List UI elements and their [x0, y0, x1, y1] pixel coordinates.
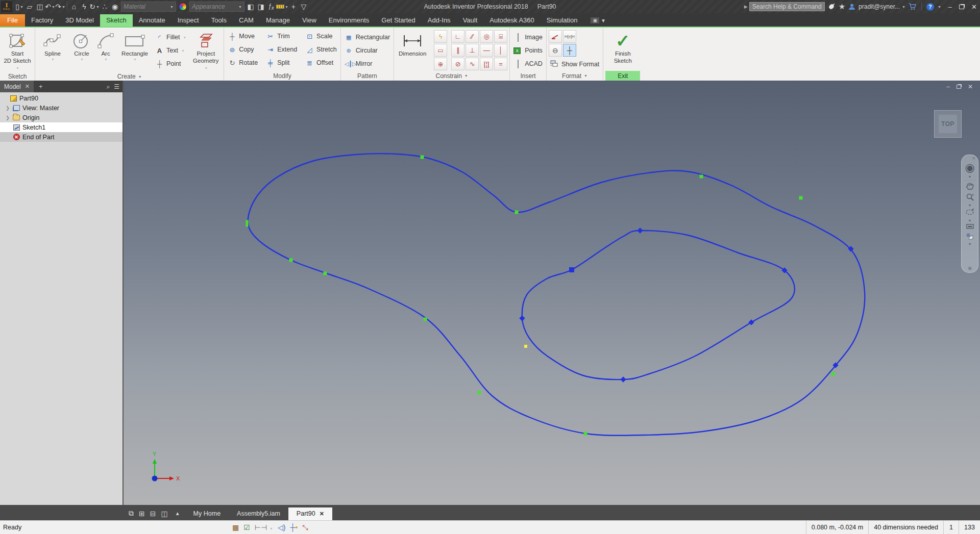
mirror-pattern-button[interactable]: ◁┃▷Mirror [343, 57, 391, 70]
doc-tab-assembly5-iam[interactable]: Assembly5.iam [229, 507, 288, 520]
update-icon[interactable]: ↻ ▼ [89, 1, 100, 12]
split-button[interactable]: ╪Split [264, 56, 299, 69]
sketch-point-yellow[interactable] [524, 345, 527, 348]
home-icon[interactable]: ⌂ [69, 1, 79, 12]
scale-button[interactable]: ⊡Scale [304, 30, 338, 43]
undo-icon[interactable]: ↶ ▼ [45, 1, 55, 12]
coincident-constraint-button[interactable]: ∟ [451, 30, 464, 43]
outer-spline[interactable] [248, 154, 865, 436]
point-button[interactable]: ┼Point [154, 57, 188, 70]
acad-button[interactable]: ACAD [512, 57, 544, 70]
tab-inspect[interactable]: Inspect [172, 14, 205, 27]
dimension-display-icon[interactable]: ⊢⊣ ▼ [255, 523, 273, 531]
snap-toggle-icon[interactable]: ▦ [232, 523, 239, 531]
vertical-constraint-button[interactable]: │ [494, 44, 507, 57]
inner-spline[interactable] [522, 231, 795, 379]
trim-button[interactable]: ✂Trim [264, 30, 299, 43]
zoom-caret-icon[interactable]: ▼ [968, 204, 972, 208]
extend-button[interactable]: ⇥Extend [264, 43, 299, 56]
tree-item-end-of-part[interactable]: ✕End of Part [0, 132, 122, 142]
text-button[interactable]: AText▼ [154, 44, 188, 57]
close-button[interactable]: ✕ [971, 3, 977, 11]
tab-tools[interactable]: Tools [205, 14, 233, 27]
relax-mode-icon[interactable]: ⤡ [302, 523, 308, 532]
points-button[interactable]: xPoints [512, 44, 544, 57]
tab-file[interactable]: File [0, 14, 25, 27]
sketch-check-icon[interactable]: ☑︎ [243, 523, 250, 531]
cascade-windows-icon[interactable]: ⧉ [129, 509, 134, 518]
browser-menu-icon[interactable]: ☰ [114, 83, 119, 90]
spline-handle-diamond[interactable] [620, 376, 626, 382]
tab-environments[interactable]: Environments [323, 14, 375, 27]
navigation-wheel-caret-icon[interactable]: ▼ [968, 175, 972, 179]
move-button[interactable]: ┼Move [226, 30, 259, 43]
sketch-point-green[interactable] [289, 259, 293, 262]
pan-icon[interactable] [966, 182, 974, 193]
collinear-constraint-button[interactable]: ∕∕ [465, 30, 479, 43]
degrees-of-freedom-icon[interactable]: ◁) [278, 523, 285, 531]
equal-constraint-button[interactable]: = [494, 58, 507, 70]
rotate-button[interactable]: ↻Rotate [226, 56, 259, 69]
offset-button[interactable]: ≣Offset [304, 56, 338, 69]
tab-view[interactable]: View [296, 14, 323, 27]
material-select[interactable]: Material▼ [121, 2, 176, 12]
tab-manage[interactable]: Manage [260, 14, 296, 27]
tab-simulation[interactable]: Simulation [541, 14, 584, 27]
tab-3d-model[interactable]: 3D Model [59, 14, 100, 27]
sketch-point-green[interactable] [584, 432, 587, 436]
show-constraints-button[interactable]: ▭ [434, 44, 447, 57]
arc-button[interactable]: Arc▼ [95, 30, 116, 63]
clear-appearance-icon[interactable]: ◨ [256, 1, 266, 12]
center-point-icon[interactable]: ┼ [563, 44, 576, 57]
rectangle-button[interactable]: Rectangle▼ [118, 30, 152, 63]
sketch-point-green[interactable] [700, 175, 703, 179]
dimension-button[interactable]: Dimension [396, 30, 429, 59]
concentric-constraint-button[interactable]: ◎ [480, 30, 493, 43]
new-file-icon[interactable]: ▯ ▼ [14, 1, 24, 12]
adjust-appearance-icon[interactable]: ◧ [246, 1, 256, 12]
sketch-point-green[interactable] [324, 272, 327, 275]
auto-dimension-button[interactable]: ϟ [434, 30, 447, 43]
look-at-icon[interactable] [966, 223, 974, 233]
sweep-icon[interactable]: ϟ [79, 1, 89, 12]
circular-pattern-button[interactable]: ⊛Circular [343, 44, 391, 57]
tab-factory[interactable]: Factory [25, 14, 59, 27]
select-dots-icon[interactable]: ∴ [100, 1, 110, 12]
save-icon[interactable]: ◫ [35, 1, 45, 12]
help-caret-icon[interactable]: ▼ [938, 5, 941, 9]
inventor-logo-icon[interactable]: IPRO [1, 1, 12, 12]
ribbon-display-icon[interactable]: ▣ [591, 17, 599, 23]
minimize-button[interactable]: – [948, 3, 952, 11]
navbar-close-icon[interactable]: ✕ [972, 156, 975, 161]
centerline-icon[interactable]: ⊖ [549, 44, 562, 57]
help-icon[interactable]: ? [926, 3, 934, 11]
fillet-button[interactable]: ◜Fillet▼ [154, 31, 188, 44]
tangent-constraint-button[interactable]: ⊘ [451, 58, 464, 70]
orbit-icon[interactable] [965, 208, 974, 219]
driven-dimension-icon[interactable]: H[x]H [563, 30, 576, 43]
stack-windows-icon[interactable]: ⊟ [150, 510, 156, 518]
sketch-point-green-tick[interactable] [246, 220, 249, 227]
stretch-button[interactable]: ◿Stretch [304, 43, 338, 56]
sketch-point-green[interactable] [424, 318, 427, 321]
tab-add-ins[interactable]: Add-Ins [422, 14, 457, 27]
browser-add-tab[interactable]: + [34, 83, 48, 90]
search-input[interactable] [749, 2, 825, 11]
color-wheel-icon[interactable] [179, 3, 187, 11]
canvas[interactable]: XY – ✕ TOP ✕ ◉ ▼ ± ▼ ▼ ▼ ⊜ [124, 81, 980, 505]
plus-icon[interactable]: + [288, 1, 299, 12]
constraint-settings-button[interactable]: ⊕ [434, 58, 447, 70]
start-2d-sketch-button[interactable]: Start 2D Sketch ▼ [2, 30, 33, 73]
tab-get-started[interactable]: Get Started [375, 14, 421, 27]
expand-arrow-icon[interactable]: ❯ [5, 106, 10, 111]
construction-line-icon[interactable] [549, 30, 562, 43]
satellite-icon[interactable] [828, 3, 836, 10]
fix-constraint-button[interactable]: ⌸ [494, 30, 507, 43]
navigation-wheel-icon[interactable]: ◉ [965, 161, 974, 175]
open-folder-icon[interactable]: ▱ [24, 1, 35, 12]
copy-button[interactable]: ⊚Copy [226, 43, 259, 56]
browser-search-icon[interactable]: ⌕ [107, 83, 110, 90]
tree-item-origin[interactable]: ❯Origin [0, 113, 122, 122]
split-windows-icon[interactable]: ◫ [161, 510, 167, 518]
user-avatar-icon[interactable] [848, 3, 855, 10]
